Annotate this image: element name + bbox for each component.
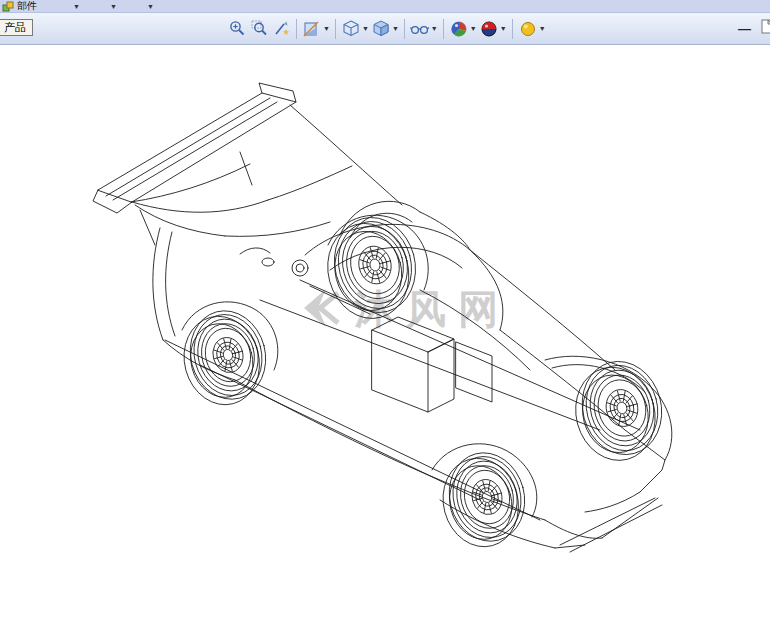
chassis-lines	[165, 280, 640, 520]
view-settings-icon[interactable]	[517, 18, 539, 40]
section-view-icon[interactable]	[301, 18, 323, 40]
view-orientation-icon[interactable]	[340, 18, 362, 40]
toolbar-separator	[335, 19, 336, 39]
rear-wing	[93, 83, 296, 245]
section-view-dropdown[interactable]: ▼	[323, 25, 330, 32]
menu-bar: 部件 ▼ ▼ ▼	[0, 0, 770, 13]
toolbar-separator	[404, 19, 405, 39]
assembly-icon	[2, 1, 14, 12]
document-tab-label: 产品	[4, 20, 26, 35]
toolbar-flyout-caret-3[interactable]: ▼	[147, 3, 154, 10]
display-style-dropdown[interactable]: ▼	[392, 25, 399, 32]
solidworks-window: 部件 ▼ ▼ ▼	[0, 0, 770, 642]
view-toolbar: ▼ ▼ ▼	[0, 13, 770, 45]
edit-appearance-icon[interactable]	[478, 18, 500, 40]
wheel-arches	[182, 215, 672, 517]
wheel-front-right	[564, 352, 673, 469]
zoom-in-icon[interactable]	[226, 18, 248, 40]
menu-component[interactable]: 部件	[17, 0, 37, 13]
race-car-wireframe-model	[0, 46, 770, 642]
toolbar-separator	[296, 19, 297, 39]
zoom-to-area-icon[interactable]	[248, 18, 270, 40]
minimize-button[interactable]: —	[734, 21, 755, 36]
toolbar-flyout-caret-2[interactable]: ▼	[110, 3, 117, 10]
toolbar-flyout-caret-1[interactable]: ▼	[73, 3, 80, 10]
document-tab[interactable]: 产品	[0, 19, 33, 36]
graphics-area[interactable]: 沐风网	[0, 46, 770, 642]
apply-scene-dropdown[interactable]: ▼	[470, 25, 477, 32]
toolbar-separator	[512, 19, 513, 39]
toolbar-separator	[443, 19, 444, 39]
document-icon[interactable]	[761, 19, 770, 38]
zoom-to-selection-icon[interactable]	[270, 18, 292, 40]
apply-scene-icon[interactable]	[448, 18, 470, 40]
view-settings-dropdown[interactable]: ▼	[539, 25, 546, 32]
edit-appearance-dropdown[interactable]: ▼	[500, 25, 507, 32]
hide-show-items-dropdown[interactable]: ▼	[431, 25, 438, 32]
hide-show-items-icon[interactable]	[409, 18, 431, 40]
window-controls: —	[734, 19, 770, 38]
view-orientation-dropdown[interactable]: ▼	[362, 25, 369, 32]
display-style-icon[interactable]	[370, 18, 392, 40]
